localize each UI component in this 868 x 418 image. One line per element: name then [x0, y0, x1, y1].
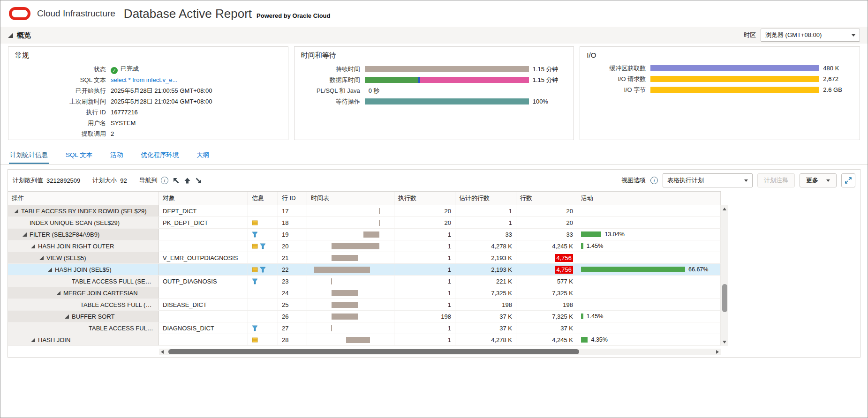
- sql-text-link[interactable]: select * from infect.v_e...: [111, 76, 177, 83]
- timeline-bar: [332, 290, 358, 296]
- info-cell: [248, 334, 278, 345]
- estimated-rows-cell: 1: [455, 217, 516, 228]
- timeline-cell: [307, 334, 394, 345]
- plan-toolbar: 计划散列值 3212892509 计划大小 92 导航到 i: [8, 170, 860, 191]
- plan-row[interactable]: TABLE ACCESS FULL (SEL$5)OUTP_DIAGNOSIS2…: [8, 276, 721, 287]
- predicates-icon[interactable]: [252, 220, 258, 226]
- plan-row[interactable]: VIEW (SEL$5)V_EMR_OUTPDIAGNOSIS2112,193 …: [8, 252, 721, 264]
- object-cell: [159, 287, 248, 299]
- collapse-overview-icon[interactable]: [8, 33, 13, 38]
- info-cell: [248, 299, 278, 310]
- metric-value: 480 K: [823, 65, 839, 72]
- column-header-9: 活动: [577, 192, 721, 205]
- plan-row[interactable]: INDEX UNIQUE SCAN (SEL$29)PK_DEPT_DICT18…: [8, 217, 721, 229]
- vertical-scrollbar[interactable]: [721, 205, 728, 346]
- plan-row[interactable]: TABLE ACCESS FULL (SEL$5)DIAGNOSIS_DICT2…: [8, 322, 721, 334]
- field-value: 2025年5月28日 21:02:04 GMT+08:00: [111, 97, 212, 106]
- timezone-select[interactable]: 浏览器 (GMT+08:00): [761, 29, 860, 42]
- filter-icon[interactable]: [260, 267, 266, 273]
- collapse-node-icon[interactable]: [39, 256, 44, 260]
- tab-optimizer-env[interactable]: 优化程序环境: [140, 146, 180, 164]
- collapse-node-icon[interactable]: [65, 314, 69, 319]
- general-row: 状态✓已完成: [8, 64, 288, 75]
- filter-icon[interactable]: [260, 243, 266, 249]
- tab-activity[interactable]: 活动: [109, 146, 124, 164]
- executions-cell: 1: [394, 229, 455, 240]
- go-to-top-icon[interactable]: [173, 177, 180, 184]
- vertical-scroll-track[interactable]: [721, 213, 728, 338]
- collapse-node-icon[interactable]: [14, 209, 18, 213]
- navigate-info-icon[interactable]: i: [161, 177, 168, 184]
- metric-value: 1.15 分钟: [533, 65, 559, 74]
- general-row: 提取调用2: [8, 128, 288, 139]
- general-row: 已开始执行2025年5月28日 21:00:55 GMT+08:00: [8, 85, 288, 96]
- object-cell: PK_DEPT_DICT: [159, 217, 248, 228]
- view-options-info-icon[interactable]: i: [650, 177, 658, 184]
- plan-row[interactable]: TABLE ACCESS FULL (SEL$5)DISEASE_DICT251…: [8, 299, 721, 311]
- metric-label: 持续时间: [294, 65, 365, 74]
- collapse-node-icon[interactable]: [23, 232, 27, 237]
- timeline-bar: [346, 337, 370, 343]
- collapse-node-icon[interactable]: [56, 291, 60, 295]
- metric-bar-segment: [365, 77, 418, 83]
- plan-row[interactable]: FILTER (SEL$2F84A9B9)191333313.04%: [8, 229, 721, 240]
- plan-hash-label: 计划散列值: [13, 176, 43, 185]
- operation-name: MERGE JOIN CARTESIAN: [63, 290, 138, 297]
- row-id-cell: 23: [278, 276, 307, 287]
- general-panel: 常规 状态✓已完成SQL 文本select * from infect.v_e.…: [8, 46, 288, 140]
- vertical-scroll-thumb[interactable]: [722, 284, 727, 312]
- timeline-cell: [307, 287, 394, 299]
- collapse-node-icon[interactable]: [31, 338, 35, 342]
- plan-hash: 计划散列值 3212892509: [13, 176, 80, 185]
- plan-row[interactable]: HASH JOIN RIGHT OUTER2014,278 K4,245 K1.…: [8, 240, 721, 252]
- timeline-cell: [307, 217, 394, 228]
- general-row: 上次刷新时间2025年5月28日 21:02:04 GMT+08:00: [8, 96, 288, 107]
- activity-cell: [577, 299, 721, 310]
- horizontal-scroll-track[interactable]: [166, 349, 714, 355]
- scroll-left-icon[interactable]: [159, 350, 166, 354]
- predicates-icon[interactable]: [252, 267, 258, 273]
- info-cell: [248, 217, 278, 228]
- filter-icon[interactable]: [252, 231, 258, 238]
- plan-row[interactable]: HASH JOIN2814,278 K4,245 K4.35%: [8, 334, 721, 346]
- plan-row[interactable]: HASH JOIN (SEL$5)2212,193 K4,75666.67%: [8, 264, 721, 276]
- tab-plan-statistics[interactable]: 计划统计信息: [9, 146, 49, 164]
- operation-name: VIEW (SEL$5): [46, 254, 86, 261]
- view-options-label: 视图选项: [621, 176, 646, 185]
- plan-row[interactable]: BUFFER SORT2619837 K7,325 K1.45%: [8, 311, 721, 322]
- tab-sql-text[interactable]: SQL 文本: [65, 146, 93, 164]
- horizontal-scroll-thumb[interactable]: [168, 349, 579, 354]
- chevron-down-icon: [826, 179, 830, 182]
- horizontal-scrollbar[interactable]: [159, 349, 721, 355]
- predicates-icon[interactable]: [252, 337, 258, 343]
- plan-grid-body: TABLE ACCESS BY INDEX ROWID (SEL$29)DEPT…: [8, 205, 721, 346]
- object-cell: OUTP_DIAGNOSIS: [159, 276, 248, 287]
- field-label: 提取调用: [8, 130, 111, 138]
- scroll-right-icon[interactable]: [714, 350, 721, 354]
- time-waits-panel: 时间和等待 持续时间1.15 分钟数据库时间1.15 分钟PL/SQL 和 Ja…: [294, 46, 574, 140]
- collapse-node-icon[interactable]: [48, 268, 52, 272]
- more-button[interactable]: 更多: [800, 173, 837, 187]
- tab-outline[interactable]: 大纲: [196, 146, 210, 164]
- activity-percent: 1.45%: [587, 243, 603, 249]
- field-value: 2025年5月28日 21:00:55 GMT+08:00: [111, 87, 212, 95]
- executions-cell: 1: [394, 252, 455, 263]
- go-to-bottom-icon[interactable]: [195, 177, 202, 184]
- plan-annotations-button[interactable]: 计划注释: [757, 173, 795, 187]
- predicates-icon[interactable]: [252, 243, 258, 249]
- estimated-rows-cell: 1: [455, 205, 516, 216]
- timeline-bar: [332, 243, 379, 249]
- plan-row[interactable]: MERGE JOIN CARTESIAN2417,325 K7,325 K: [8, 287, 721, 299]
- io-panel-title: I/O: [587, 51, 853, 59]
- row-id-cell: 22: [278, 264, 307, 275]
- filter-icon[interactable]: [252, 325, 258, 331]
- operation-name: TABLE ACCESS FULL (SEL$5): [80, 301, 155, 308]
- filter-icon[interactable]: [252, 278, 258, 284]
- maximize-button[interactable]: [841, 173, 855, 187]
- collapse-node-icon[interactable]: [31, 244, 35, 248]
- plan-row[interactable]: TABLE ACCESS BY INDEX ROWID (SEL$29)DEPT…: [8, 205, 721, 217]
- scroll-up-icon[interactable]: [723, 205, 726, 213]
- go-up-icon[interactable]: [184, 177, 191, 184]
- view-mode-select[interactable]: 表格执行计划: [663, 173, 753, 187]
- scroll-down-icon[interactable]: [723, 338, 726, 346]
